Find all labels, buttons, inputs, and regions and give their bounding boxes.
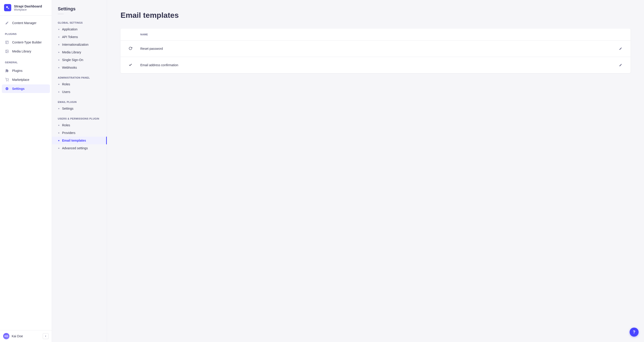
pencil-icon — [619, 47, 622, 50]
nav-item-plugins[interactable]: Plugins — [2, 66, 50, 75]
nav-section-label: PLUGINS — [2, 28, 50, 38]
subnav-item-up-providers[interactable]: Providers — [52, 129, 107, 137]
table-row[interactable]: Email address confirmation — [120, 57, 630, 73]
nav-item-media-library[interactable]: Media Library — [2, 47, 50, 56]
check-icon — [128, 63, 132, 67]
subnav-divider — [58, 14, 64, 14]
nav-section-label: GENERAL — [2, 56, 50, 66]
collapse-nav-button[interactable] — [43, 333, 48, 339]
nav-header: Strapi Dashboard Workplace — [0, 0, 52, 16]
layout-icon — [5, 40, 9, 44]
svg-rect-1 — [8, 8, 9, 9]
pencil-square-icon — [5, 21, 9, 25]
nav-item-content-type-builder[interactable]: Content-Type Builder — [2, 38, 50, 47]
nav-item-label: Plugins — [12, 69, 22, 73]
pencil-icon — [619, 64, 622, 67]
subnav-item-label: Media Library — [62, 50, 81, 54]
avatar[interactable]: KD — [3, 333, 10, 339]
svg-point-6 — [6, 51, 7, 51]
subnav-item-label: Email templates — [62, 139, 86, 142]
subnav-item-label: Advanced settings — [62, 146, 88, 150]
gear-icon — [5, 87, 9, 91]
edit-button[interactable] — [618, 62, 624, 68]
subnav-item-up-roles[interactable]: Roles — [52, 121, 107, 129]
subnav-item-label: API Tokens — [62, 35, 78, 39]
subnav-title: Settings — [52, 6, 107, 14]
subnav-item-admin-roles[interactable]: Roles — [52, 80, 107, 88]
nav-item-label: Marketplace — [12, 78, 29, 82]
nav-footer: KD Kai Doe — [0, 330, 52, 342]
subnav-item-media-library[interactable]: Media Library — [52, 48, 107, 56]
cart-icon — [5, 78, 9, 82]
app-title: Strapi Dashboard — [14, 4, 42, 8]
primary-nav: Strapi Dashboard Workplace Content Manag… — [0, 0, 52, 342]
subnav-section-label: EMAIL PLUGIN — [52, 96, 107, 105]
table-cell-name: Email address confirmation — [135, 57, 616, 73]
svg-point-7 — [6, 81, 6, 81]
subnav-item-up-email-templates[interactable]: Email templates — [52, 137, 107, 144]
chevron-left-icon — [44, 335, 47, 337]
table-row[interactable]: Reset password — [120, 41, 630, 57]
question-icon: ? — [633, 330, 636, 334]
subnav-item-application[interactable]: Application — [52, 26, 107, 33]
subnav-item-label: Application — [62, 28, 78, 31]
settings-subnav: Settings GLOBAL SETTINGS Application API… — [52, 0, 107, 342]
subnav-item-up-advanced[interactable]: Advanced settings — [52, 144, 107, 152]
svg-rect-0 — [6, 6, 8, 8]
refresh-icon — [128, 47, 132, 50]
subnav-item-label: Single Sign-On — [62, 58, 83, 62]
subnav-item-label: Settings — [62, 107, 74, 110]
subnav-item-email-settings[interactable]: Settings — [52, 105, 107, 112]
table-header-name: NAME — [135, 29, 616, 41]
subnav-section-label: USERS & PERMISSIONS PLUGIN — [52, 112, 107, 121]
table-header-action — [616, 29, 630, 41]
nav-item-label: Content-Type Builder — [12, 41, 42, 44]
subnav-item-label: Webhooks — [62, 66, 77, 69]
nav-item-marketplace[interactable]: Marketplace — [2, 75, 50, 84]
subnav-item-label: Roles — [62, 82, 70, 86]
app-logo — [4, 4, 11, 11]
nav-item-label: Settings — [12, 87, 24, 91]
subnav-section-label: GLOBAL SETTINGS — [52, 17, 107, 26]
nav-item-settings[interactable]: Settings — [2, 84, 50, 93]
templates-card: NAME Reset password — [120, 29, 630, 73]
subnav-item-api-tokens[interactable]: API Tokens — [52, 33, 107, 41]
page-title: Email templates — [120, 11, 630, 20]
app-subtitle: Workplace — [14, 8, 42, 11]
main-content: Email templates NAME — [107, 0, 644, 342]
subnav-item-label: Users — [62, 90, 70, 94]
templates-table: NAME Reset password — [120, 29, 630, 73]
nav-item-label: Media Library — [12, 50, 31, 53]
svg-rect-2 — [6, 41, 8, 44]
table-header-icon — [120, 29, 135, 41]
subnav-item-label: Roles — [62, 123, 70, 127]
subnav-item-admin-users[interactable]: Users — [52, 88, 107, 96]
nav-item-label: Content Manager — [12, 21, 36, 25]
subnav-item-label: Providers — [62, 131, 75, 135]
table-cell-name: Reset password — [135, 41, 616, 57]
user-name: Kai Doe — [12, 334, 40, 338]
image-icon — [5, 49, 9, 53]
svg-point-8 — [8, 81, 8, 81]
help-button[interactable]: ? — [630, 327, 638, 336]
subnav-item-internationalization[interactable]: Internationalization — [52, 41, 107, 48]
subnav-item-label: Internationalization — [62, 43, 88, 46]
nav-item-content-manager[interactable]: Content Manager — [2, 19, 50, 27]
subnav-section-label: ADMINISTRATION PANEL — [52, 71, 107, 80]
edit-button[interactable] — [618, 46, 624, 52]
subnav-item-single-sign-on[interactable]: Single Sign-On — [52, 56, 107, 64]
subnav-item-webhooks[interactable]: Webhooks — [52, 64, 107, 71]
puzzle-icon — [5, 69, 9, 73]
